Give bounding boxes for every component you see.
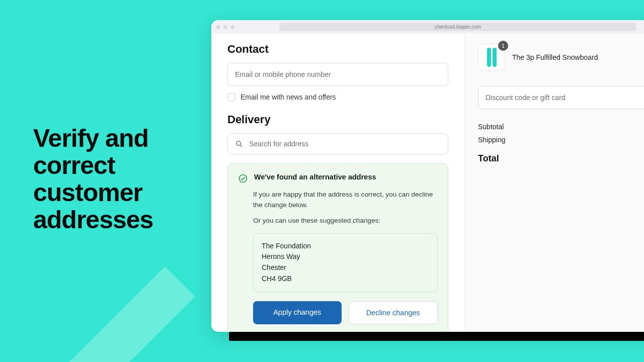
suggested-address-l4: CH4 9GB <box>262 274 429 285</box>
subtotal-label: Subtotal <box>478 123 504 131</box>
checkout-form: Contact Email or mobile phone number Ema… <box>211 34 465 332</box>
url-bar[interactable]: checkout.loqate.com <box>279 23 636 31</box>
apply-changes-label: Apply changes <box>273 308 321 316</box>
browser-window: checkout.loqate.com Contact Email or mob… <box>211 20 644 332</box>
suggested-address-card[interactable]: The Foundation Herons Way Chester CH4 9G… <box>253 233 438 292</box>
cart-line-item: 1 The 3p Fulfilled Snowboard £2,6 <box>478 44 644 71</box>
qty-badge: 1 <box>498 41 508 51</box>
search-icon <box>235 140 243 148</box>
svg-point-2 <box>239 175 247 183</box>
news-offers-checkbox[interactable] <box>227 93 235 101</box>
suggested-address-l1: The Foundation <box>262 241 429 252</box>
traffic-light-minimize-icon[interactable] <box>223 25 227 29</box>
shipping-label: Shipping <box>478 136 506 144</box>
svg-line-1 <box>240 145 242 146</box>
news-offers-label: Email me with news and offers <box>240 93 336 101</box>
product-name: The 3p Fulfilled Snowboard <box>512 53 598 61</box>
address-search-input[interactable]: Search for address <box>227 133 448 154</box>
traffic-light-close-icon[interactable] <box>216 25 220 29</box>
discount-code-input[interactable]: Discount code or gift card <box>478 86 644 109</box>
product-thumbnail: 1 <box>478 44 505 71</box>
delivery-heading: Delivery <box>227 113 448 126</box>
alt-address-title: We've found an alternative address <box>254 173 376 181</box>
check-circle-icon <box>238 173 248 186</box>
decline-changes-button[interactable]: Decline changes <box>349 301 438 324</box>
alt-address-panel: We've found an alternative address If yo… <box>227 163 448 332</box>
email-field[interactable]: Email or mobile phone number <box>227 63 448 86</box>
contact-heading: Contact <box>227 43 448 56</box>
decline-changes-label: Decline changes <box>366 309 420 317</box>
alt-address-line2: Or you can use these suggested changes: <box>253 216 438 226</box>
browser-tabbar: checkout.loqate.com <box>211 20 644 34</box>
order-summary: 1 The 3p Fulfilled Snowboard £2,6 Discou… <box>465 34 644 332</box>
total-label: Total <box>478 153 499 164</box>
browser-shadow-bar <box>229 332 644 341</box>
url-text: checkout.loqate.com <box>435 24 481 30</box>
email-placeholder: Email or mobile phone number <box>235 70 331 78</box>
discount-placeholder: Discount code or gift card <box>486 94 566 102</box>
alt-address-line1: If you are happy that the address is cor… <box>253 190 438 211</box>
apply-changes-button[interactable]: Apply changes <box>253 301 342 324</box>
traffic-light-zoom-icon[interactable] <box>230 25 234 29</box>
suggested-address-l2: Herons Way <box>262 251 429 262</box>
address-search-placeholder: Search for address <box>249 140 308 148</box>
marketing-headline: Verify and correct customer addresses <box>33 125 204 233</box>
suggested-address-l3: Chester <box>262 262 429 274</box>
